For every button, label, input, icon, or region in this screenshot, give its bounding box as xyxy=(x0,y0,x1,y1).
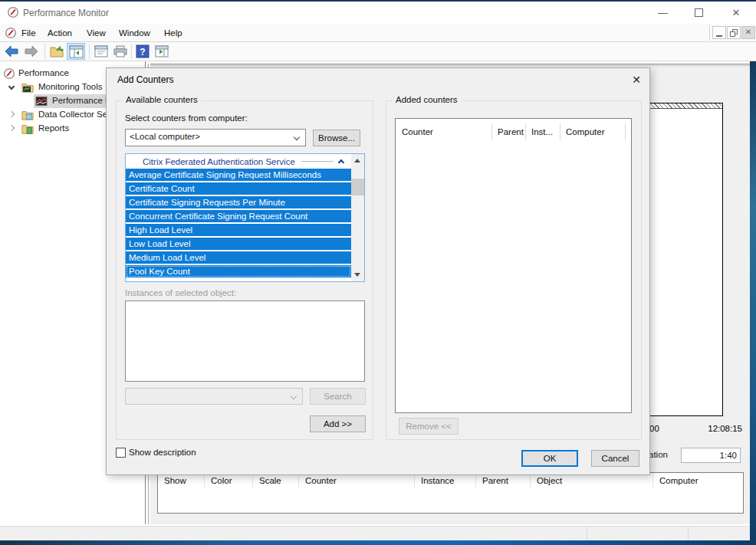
collapse-chevron-icon[interactable] xyxy=(338,159,344,166)
counter-row[interactable]: Certificate Count xyxy=(126,182,351,195)
dialog-close-icon: ✕ xyxy=(632,74,641,86)
legend-col-color[interactable]: Color xyxy=(205,473,253,489)
computer-combobox-value: <Local computer> xyxy=(130,132,200,141)
tree-label: Data Collector Sets xyxy=(38,110,114,119)
legend-col-show[interactable]: Show xyxy=(158,473,205,489)
perfmon-app-icon xyxy=(7,6,19,18)
instances-listbox[interactable] xyxy=(125,300,365,382)
performance-monitor-icon xyxy=(35,95,48,107)
menu-view[interactable]: View xyxy=(87,27,106,39)
instance-search-combobox xyxy=(125,388,303,405)
counter-row[interactable]: High Load Level xyxy=(126,224,351,236)
expander-closed-icon[interactable] xyxy=(8,125,15,131)
menu-window[interactable]: Window xyxy=(119,27,150,39)
performance-monitor-window: Performance Monitor ✕ File Action View W… xyxy=(0,0,756,545)
counter-row[interactable]: Medium Load Level xyxy=(126,251,351,264)
counter-row[interactable]: Low Load Level xyxy=(126,238,351,250)
counter-row[interactable]: Concurrent Certificate Signing Request C… xyxy=(126,210,351,222)
counter-list-scrollbar[interactable] xyxy=(351,154,364,281)
reports-folder-icon xyxy=(21,123,34,135)
legend-col-object[interactable]: Object xyxy=(531,473,653,489)
legend-header-row: Show Color Scale Counter Instance Parent… xyxy=(158,473,743,489)
minimize-icon xyxy=(658,13,668,14)
remove-button: Remove << xyxy=(399,418,459,435)
chevron-down-icon xyxy=(291,393,297,399)
window-bottom-border xyxy=(0,540,756,545)
counter-group-rule xyxy=(301,161,334,162)
export-icon xyxy=(49,44,64,58)
mdi-minimize-icon xyxy=(716,35,722,37)
menu-help[interactable]: Help xyxy=(164,27,182,39)
dialog-close-button[interactable]: ✕ xyxy=(626,71,646,88)
export-button[interactable] xyxy=(48,43,66,60)
mdi-restore-icon-front xyxy=(730,31,735,37)
added-col-parent[interactable]: Parent xyxy=(492,123,526,140)
add-button[interactable]: Add >> xyxy=(310,415,366,432)
title-bar: Performance Monitor ✕ xyxy=(0,2,756,24)
added-col-instance[interactable]: Inst... xyxy=(526,123,560,140)
available-counters-label: Available counters xyxy=(123,95,201,104)
scroll-down-button[interactable] xyxy=(351,268,364,281)
instances-label: Instances of selected object: xyxy=(125,288,236,297)
legend-col-scale[interactable]: Scale xyxy=(253,473,299,489)
computer-combobox[interactable]: <Local computer> xyxy=(125,129,306,146)
new-window-button[interactable] xyxy=(153,43,171,60)
cancel-button[interactable]: Cancel xyxy=(591,450,639,467)
legend-col-counter[interactable]: Counter xyxy=(299,473,415,489)
added-col-computer[interactable]: Computer xyxy=(560,123,626,140)
mdi-minimize-button[interactable] xyxy=(712,26,726,39)
status-separator xyxy=(688,527,689,541)
added-col-counter[interactable]: Counter xyxy=(396,123,492,140)
back-button[interactable] xyxy=(2,43,21,60)
added-counters-label: Added counters xyxy=(393,95,461,104)
added-counters-group: Added counters Counter Parent Inst... Co… xyxy=(386,100,642,440)
scroll-up-button[interactable] xyxy=(351,154,364,167)
toolbar-separator xyxy=(89,44,90,59)
new-window-icon xyxy=(154,44,169,58)
perfmon-node-icon xyxy=(3,67,15,80)
maximize-icon xyxy=(695,8,703,17)
properties-button[interactable] xyxy=(92,43,110,60)
counter-group-header[interactable]: Citrix Federated Authentication Service xyxy=(126,154,351,169)
mdi-restore-button[interactable] xyxy=(727,26,741,39)
forward-button[interactable] xyxy=(22,43,41,60)
print-button[interactable] xyxy=(111,43,130,60)
status-separator xyxy=(587,527,587,541)
added-counters-table: Counter Parent Inst... Computer xyxy=(395,118,632,413)
show-description-label[interactable]: Show description xyxy=(129,448,196,457)
expander-open-icon[interactable] xyxy=(8,84,15,90)
menu-action[interactable]: Action xyxy=(48,27,72,39)
maximize-button[interactable] xyxy=(684,2,715,24)
legend-col-computer[interactable]: Computer xyxy=(653,473,743,489)
show-description-checkbox[interactable] xyxy=(116,448,126,458)
help-button[interactable]: ? xyxy=(134,43,153,60)
monitoring-tools-folder-icon xyxy=(21,81,34,94)
tree-label: Monitoring Tools xyxy=(38,82,103,91)
counter-row[interactable]: Average Certificate Signing Request Mill… xyxy=(126,169,351,181)
added-table-header: Counter Parent Inst... Computer xyxy=(396,123,632,140)
tree-label: Reports xyxy=(38,123,69,133)
toolbar-separator xyxy=(44,44,45,59)
graph-time-label-partial: 00 xyxy=(649,424,659,433)
console-tree-button[interactable] xyxy=(67,43,85,60)
legend-col-parent[interactable]: Parent xyxy=(476,473,531,489)
menu-file[interactable]: File xyxy=(21,27,36,39)
minimize-button[interactable] xyxy=(648,2,679,24)
select-computer-label: Select counters from computer: xyxy=(125,113,248,123)
counter-row[interactable]: Pool Key Count xyxy=(126,265,351,277)
counter-row[interactable]: Certificate Signing Requests Per Minute xyxy=(126,196,351,208)
duration-label-partial: ation xyxy=(649,450,668,459)
scrollbar-thumb[interactable] xyxy=(351,179,364,195)
browse-button[interactable]: Browse... xyxy=(313,130,360,146)
duration-value: 1:40 xyxy=(681,448,741,463)
legend-col-instance[interactable]: Instance xyxy=(415,473,476,489)
close-button[interactable]: ✕ xyxy=(721,2,751,24)
add-counters-dialog: Add Counters ✕ Available counters Select… xyxy=(106,67,650,475)
mdi-close-button[interactable]: ✕ xyxy=(741,26,755,39)
counter-rows: Average Certificate Signing Request Mill… xyxy=(126,169,351,281)
expander-closed-icon[interactable] xyxy=(8,111,15,117)
toolbar-separator xyxy=(131,44,132,59)
dialog-title: Add Counters xyxy=(117,74,173,85)
print-icon xyxy=(113,44,128,58)
ok-button[interactable]: OK xyxy=(521,450,578,467)
